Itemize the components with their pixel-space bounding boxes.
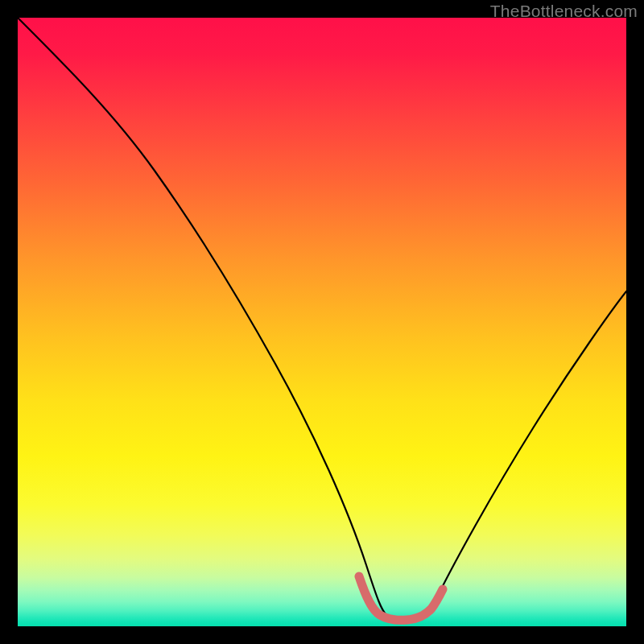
curve-layer <box>18 18 626 626</box>
watermark-text: TheBottleneck.com <box>490 2 638 21</box>
bottleneck-curve <box>18 18 626 619</box>
chart-stage: TheBottleneck.com <box>0 0 644 644</box>
plot-area <box>18 18 626 626</box>
